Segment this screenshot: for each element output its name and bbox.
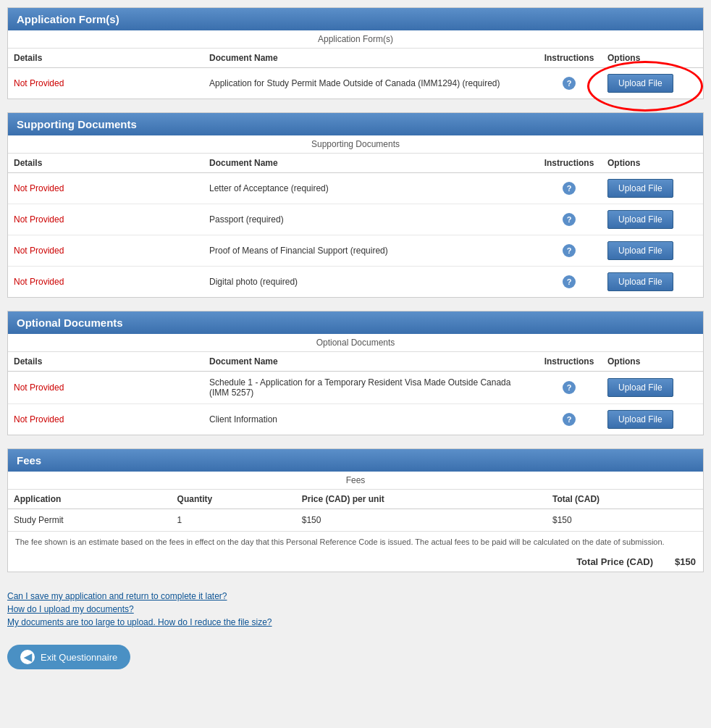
question-icon[interactable]: ? bbox=[563, 213, 576, 226]
upload-file-button[interactable]: Upload File bbox=[607, 378, 673, 397]
col-options-app: Options bbox=[602, 49, 703, 68]
supporting-documents-table: Details Document Name Instructions Optio… bbox=[8, 154, 703, 297]
upload-cell: Upload File bbox=[602, 267, 703, 298]
total-price-row: Total Price (CAD) $150 bbox=[8, 552, 703, 572]
instructions-cell: ? bbox=[537, 235, 602, 267]
upload-file-button-app[interactable]: Upload File bbox=[607, 74, 673, 93]
upload-file-button[interactable]: Upload File bbox=[607, 210, 673, 229]
document-name-cell: Digital photo (required) bbox=[203, 267, 537, 298]
exit-icon: ◀ bbox=[20, 650, 35, 664]
supporting-documents-subtitle: Supporting Documents bbox=[8, 135, 703, 154]
col-docname-app: Document Name bbox=[203, 49, 537, 68]
supporting-documents-section: Supporting Documents Supporting Document… bbox=[7, 112, 704, 298]
fees-table: Application Quantity Price (CAD) per uni… bbox=[8, 490, 703, 531]
not-provided-label: Not Provided bbox=[14, 214, 64, 225]
total-price-label: Total Price (CAD) bbox=[576, 556, 653, 567]
application-forms-subtitle: Application Form(s) bbox=[8, 30, 703, 49]
faq-link-save[interactable]: Can I save my application and return to … bbox=[7, 591, 704, 601]
upload-file-button[interactable]: Upload File bbox=[607, 179, 673, 198]
question-icon[interactable]: ? bbox=[563, 77, 576, 90]
exit-button-label: Exit Questionnaire bbox=[41, 652, 117, 663]
fees-subtitle: Fees bbox=[8, 472, 703, 490]
details-cell: Not Provided bbox=[8, 173, 203, 204]
faq-link-upload[interactable]: How do I upload my documents? bbox=[7, 604, 704, 614]
application-forms-title: Application Form(s) bbox=[17, 13, 119, 25]
not-provided-label: Not Provided bbox=[14, 382, 64, 393]
fees-title: Fees bbox=[17, 454, 41, 466]
upload-cell: Upload File bbox=[602, 372, 703, 404]
question-icon[interactable]: ? bbox=[563, 413, 576, 426]
instructions-cell: ? bbox=[537, 267, 602, 298]
not-provided-label: Not Provided bbox=[14, 246, 64, 256]
details-cell: Not Provided bbox=[8, 372, 203, 404]
col-options-sup: Options bbox=[602, 154, 703, 173]
not-provided-label: Not Provided bbox=[14, 78, 64, 88]
not-provided-label: Not Provided bbox=[14, 414, 64, 424]
exit-questionnaire-button[interactable]: ◀ Exit Questionnaire bbox=[7, 645, 130, 669]
upload-file-button[interactable]: Upload File bbox=[607, 241, 673, 260]
col-docname-opt: Document Name bbox=[203, 352, 537, 372]
col-instructions-app: Instructions bbox=[537, 49, 602, 68]
instructions-cell: ? bbox=[537, 68, 602, 99]
fee-total-cell: $150 bbox=[547, 509, 703, 532]
table-row: Not Provided Client Information ? Upload… bbox=[8, 404, 703, 435]
optional-documents-table: Details Document Name Instructions Optio… bbox=[8, 352, 703, 435]
document-name-cell: Client Information bbox=[203, 404, 537, 435]
question-icon[interactable]: ? bbox=[563, 244, 576, 257]
fees-note: The fee shown is an estimate based on th… bbox=[8, 531, 703, 552]
faq-links-section: Can I save my application and return to … bbox=[7, 585, 704, 639]
table-row: Study Permit 1 $150 $150 bbox=[8, 509, 703, 532]
col-options-opt: Options bbox=[602, 352, 703, 372]
fee-price-cell: $150 bbox=[296, 509, 547, 532]
upload-cell-app: Upload File bbox=[602, 68, 703, 99]
col-details-sup: Details bbox=[8, 154, 203, 173]
document-name-cell: Passport (required) bbox=[203, 204, 537, 235]
table-row: Not Provided Application for Study Permi… bbox=[8, 68, 703, 99]
details-cell: Not Provided bbox=[8, 404, 203, 435]
question-icon[interactable]: ? bbox=[563, 182, 576, 195]
optional-documents-section: Optional Documents Optional Documents De… bbox=[7, 311, 704, 435]
instructions-cell: ? bbox=[537, 372, 602, 404]
optional-documents-subtitle: Optional Documents bbox=[8, 334, 703, 352]
col-docname-sup: Document Name bbox=[203, 154, 537, 173]
col-total-fees: Total (CAD) bbox=[547, 490, 703, 509]
col-details-opt: Details bbox=[8, 352, 203, 372]
col-application-fees: Application bbox=[8, 490, 172, 509]
optional-documents-title: Optional Documents bbox=[17, 317, 123, 329]
question-icon[interactable]: ? bbox=[563, 275, 576, 288]
details-cell: Not Provided bbox=[8, 235, 203, 267]
upload-cell: Upload File bbox=[602, 404, 703, 435]
col-price-fees: Price (CAD) per unit bbox=[296, 490, 547, 509]
document-name-cell: Schedule 1 - Application for a Temporary… bbox=[203, 372, 537, 404]
supporting-documents-header: Supporting Documents bbox=[8, 113, 703, 135]
table-row: Not Provided Schedule 1 - Application fo… bbox=[8, 372, 703, 404]
exit-arrow-icon: ◀ bbox=[24, 651, 32, 663]
faq-link-filesize[interactable]: My documents are too large to upload. Ho… bbox=[7, 617, 704, 627]
instructions-cell: ? bbox=[537, 204, 602, 235]
fees-section: Fees Fees Application Quantity Price (CA… bbox=[7, 448, 704, 572]
not-provided-label: Not Provided bbox=[14, 277, 64, 287]
col-quantity-fees: Quantity bbox=[172, 490, 296, 509]
optional-documents-header: Optional Documents bbox=[8, 311, 703, 334]
details-cell: Not Provided bbox=[8, 204, 203, 235]
fee-application-cell: Study Permit bbox=[8, 509, 172, 532]
document-name-cell: Application for Study Permit Made Outsid… bbox=[203, 68, 537, 99]
table-row: Not Provided Passport (required) ? Uploa… bbox=[8, 204, 703, 235]
col-instructions-sup: Instructions bbox=[537, 154, 602, 173]
application-forms-section: Application Form(s) Application Form(s) … bbox=[7, 7, 704, 99]
document-name-cell: Proof of Means of Financial Support (req… bbox=[203, 235, 537, 267]
instructions-cell: ? bbox=[537, 173, 602, 204]
supporting-documents-title: Supporting Documents bbox=[17, 118, 137, 130]
not-provided-label: Not Provided bbox=[14, 183, 64, 193]
upload-cell: Upload File bbox=[602, 235, 703, 267]
table-row: Not Provided Letter of Acceptance (requi… bbox=[8, 173, 703, 204]
table-row: Not Provided Proof of Means of Financial… bbox=[8, 235, 703, 267]
col-details-app: Details bbox=[8, 49, 203, 68]
details-cell: Not Provided bbox=[8, 267, 203, 298]
upload-file-button[interactable]: Upload File bbox=[607, 410, 673, 429]
question-icon[interactable]: ? bbox=[563, 381, 576, 394]
application-forms-header: Application Form(s) bbox=[8, 8, 703, 30]
table-row: Not Provided Digital photo (required) ? … bbox=[8, 267, 703, 298]
upload-cell: Upload File bbox=[602, 173, 703, 204]
upload-file-button[interactable]: Upload File bbox=[607, 272, 673, 291]
